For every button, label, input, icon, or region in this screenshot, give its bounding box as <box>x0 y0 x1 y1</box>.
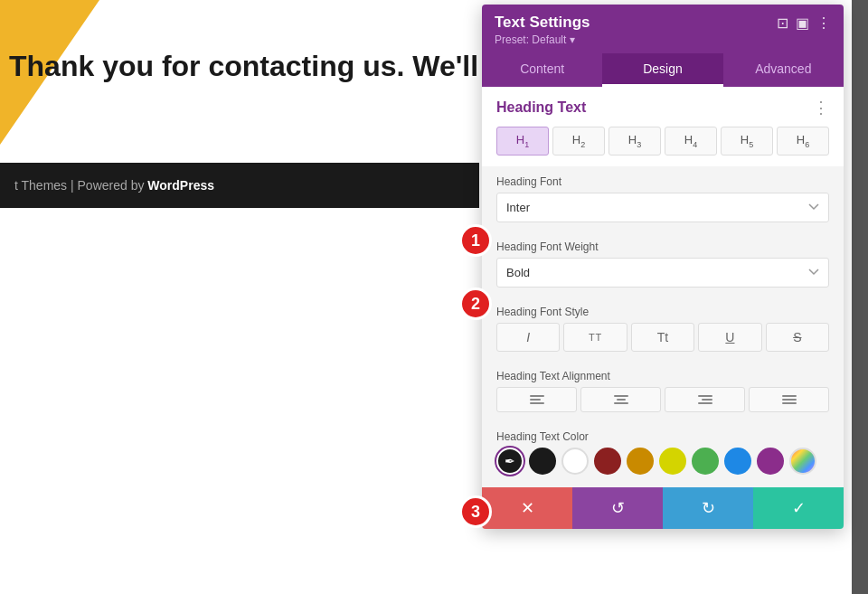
heading-h2-button[interactable]: H2 <box>552 127 605 156</box>
text-settings-panel: Text Settings ⊡ ▣ ⋮ Preset: Default Cont… <box>482 5 844 529</box>
align-justify-icon <box>782 395 797 404</box>
color-gradient-button[interactable] <box>789 448 816 475</box>
heading-h3-button[interactable]: H3 <box>609 127 661 156</box>
heading-font-style-label: Heading Font Style <box>496 306 829 318</box>
align-right-icon <box>698 395 712 404</box>
panel-preset[interactable]: Preset: Default <box>495 33 831 46</box>
color-swatch-purple[interactable] <box>757 448 784 475</box>
tab-design[interactable]: Design <box>602 53 722 87</box>
alignment-buttons <box>496 387 829 412</box>
tab-advanced[interactable]: Advanced <box>723 53 844 87</box>
eyedropper-icon: ✒ <box>505 454 515 468</box>
undo-button[interactable]: ↺ <box>572 487 663 529</box>
color-swatch-green[interactable] <box>692 448 719 475</box>
step-badge-2: 2 <box>459 288 492 320</box>
right-bar <box>852 0 868 594</box>
panel-title: Text Settings <box>495 14 590 32</box>
heading-font-section: Heading Font Inter <box>482 166 844 231</box>
heading-h4-button[interactable]: H4 <box>665 127 717 156</box>
step-badge-3: 3 <box>459 495 492 528</box>
redo-button[interactable]: ↻ <box>663 487 753 529</box>
confirm-button[interactable]: ✓ <box>753 487 844 529</box>
heading-font-weight-label: Heading Font Weight <box>496 240 829 253</box>
color-swatch-gold[interactable] <box>627 448 654 475</box>
heading-h5-button[interactable]: H5 <box>721 127 773 156</box>
heading-font-style-section: Heading Font Style I TT Tt U S <box>482 297 844 361</box>
panel-tabs: Content Design Advanced <box>482 53 844 87</box>
resize-icon[interactable]: ⊡ <box>777 14 788 32</box>
style-italic-button[interactable]: I <box>496 323 560 352</box>
panel-header: Text Settings ⊡ ▣ ⋮ Preset: Default <box>482 5 844 53</box>
heading-font-label: Heading Font <box>496 175 829 188</box>
cancel-button[interactable]: ✕ <box>482 487 572 529</box>
heading-text-color-section: Heading Text Color ✒ <box>482 421 844 487</box>
panel-footer: ✕ ↺ ↻ ✓ <box>482 487 844 529</box>
heading-text-section: Heading Text ⋮ H1 H2 H3 H4 H5 H6 <box>482 87 844 166</box>
heading-font-weight-section: Heading Font Weight Bold <box>482 231 844 297</box>
section-more-icon[interactable]: ⋮ <box>813 98 829 118</box>
font-style-buttons: I TT Tt U S <box>496 323 829 352</box>
heading-h1-button[interactable]: H1 <box>496 127 549 156</box>
heading-text-color-label: Heading Text Color <box>496 430 829 443</box>
align-left-icon <box>530 395 544 404</box>
heading-h6-button[interactable]: H6 <box>777 127 829 156</box>
panel-title-row: Text Settings ⊡ ▣ ⋮ <box>495 14 831 32</box>
color-row: ✒ <box>496 448 829 475</box>
heading-font-weight-select[interactable]: Bold <box>496 258 829 288</box>
tab-content[interactable]: Content <box>482 53 602 87</box>
style-titlecase-button[interactable]: Tt <box>631 323 694 352</box>
layout-icon[interactable]: ▣ <box>796 14 809 32</box>
style-strikethrough-button[interactable]: S <box>766 323 829 352</box>
step-badge-1: 1 <box>459 224 492 257</box>
footer-text: t Themes | Powered by WordPress <box>14 178 214 193</box>
heading-text-alignment-section: Heading Text Alignment <box>482 361 844 421</box>
more-options-icon[interactable]: ⋮ <box>816 14 831 32</box>
panel-title-icons: ⊡ ▣ ⋮ <box>777 14 831 32</box>
eyedropper-button[interactable]: ✒ <box>496 448 524 475</box>
section-heading-row: Heading Text ⋮ <box>496 98 829 118</box>
color-swatch-dark-red[interactable] <box>594 448 621 475</box>
heading-font-select[interactable]: Inter <box>496 193 829 222</box>
section-heading-title: Heading Text <box>496 99 586 116</box>
color-swatch-white[interactable] <box>561 448 589 475</box>
color-swatch-black[interactable] <box>529 448 556 475</box>
align-right-button[interactable] <box>665 387 745 412</box>
align-justify-button[interactable] <box>749 387 829 412</box>
color-swatch-blue[interactable] <box>724 448 751 475</box>
footer-bar: t Themes | Powered by WordPress <box>0 163 479 208</box>
page-heading: Thank you for contacting us. We'll ge <box>9 50 520 83</box>
panel-body: Heading Text ⋮ H1 H2 H3 H4 H5 H6 Heading… <box>482 87 844 487</box>
align-center-button[interactable] <box>580 387 661 412</box>
align-center-icon <box>614 395 628 404</box>
heading-text-alignment-label: Heading Text Alignment <box>496 370 829 382</box>
color-swatch-yellow[interactable] <box>659 448 686 475</box>
heading-level-buttons: H1 H2 H3 H4 H5 H6 <box>496 127 829 156</box>
style-caps-button[interactable]: TT <box>563 323 627 352</box>
align-left-button[interactable] <box>496 387 577 412</box>
style-underline-button[interactable]: U <box>698 323 761 352</box>
